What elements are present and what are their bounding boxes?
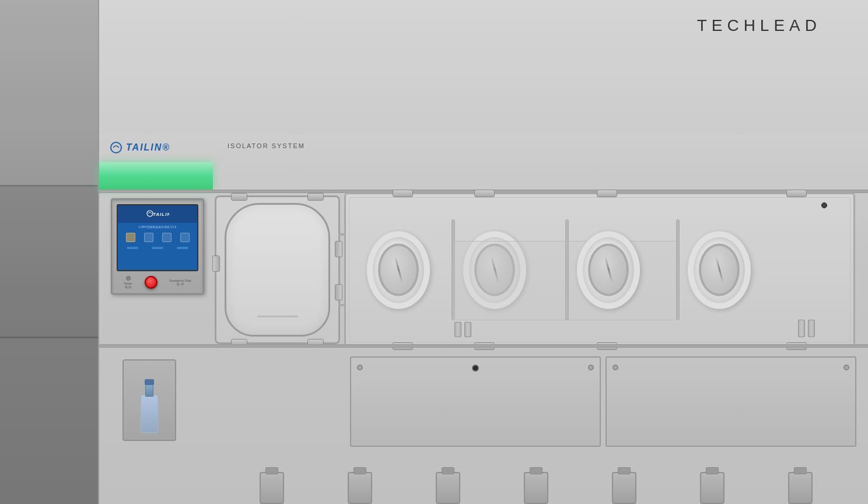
valve-assembly-left (454, 322, 471, 337)
screen-btn-2[interactable] (162, 233, 172, 242)
screen-btn-1[interactable] (144, 233, 153, 242)
clamp-right-lower (335, 284, 342, 300)
leg-top-5 (618, 467, 631, 474)
leg-4 (524, 472, 548, 504)
clamp-top-right (307, 193, 324, 201)
leg-5 (612, 472, 636, 504)
vertical-bar-3 (676, 219, 680, 320)
isolator-frame (344, 192, 855, 347)
reagent-bottle-body (141, 395, 158, 433)
leg-assemblies (204, 466, 868, 504)
power-dot (126, 276, 131, 281)
leg-3 (436, 472, 460, 504)
chamber-door (225, 203, 330, 337)
isolator-system-label: ISOLATOR SYSTEM (228, 142, 305, 149)
door-hole-4 (844, 365, 849, 370)
valve-body-1 (798, 320, 805, 337)
valve-assembly-right (798, 320, 815, 337)
screen-header: TAILIN (118, 205, 197, 223)
glove-ring-inner-1 (378, 244, 419, 296)
leg-2 (348, 472, 372, 504)
svg-text:TAILIN: TAILIN (153, 212, 169, 217)
panel-controls: Power电 源 Emergency Stop急 停 (112, 276, 203, 289)
emergency-label: Emergency Stop急 停 (170, 279, 191, 286)
storage-door-left[interactable] (350, 356, 601, 447)
bottle-storage-cabinet (123, 359, 176, 441)
screen-indicators (120, 247, 195, 249)
vertical-bar-2 (565, 219, 569, 320)
screen-warning-btn[interactable] (126, 233, 135, 242)
glove-port-3 (577, 231, 640, 309)
storage-panels-right (350, 356, 856, 447)
leg-top-7 (794, 467, 807, 474)
glove-ring-inner-4 (699, 244, 740, 296)
clamp-right-upper (335, 241, 342, 257)
tailin-logo-text: TAILIN® (126, 142, 170, 153)
chamber-frame (215, 195, 340, 344)
top-clamp-4 (786, 190, 807, 197)
svg-point-1 (147, 211, 153, 216)
door-hole-1 (357, 365, 363, 370)
glove-stripe-4 (715, 256, 723, 284)
leg-top-6 (706, 467, 719, 474)
valve-body-left-2 (464, 322, 471, 337)
leg-top-3 (442, 467, 454, 474)
touchscreen[interactable]: TAILIN CJBH型隔离器操作系统 V1.9 (117, 204, 198, 271)
glove-stripe-1 (394, 256, 402, 284)
reagent-bottle-cap (145, 379, 154, 385)
glove-stripe-3 (604, 256, 612, 284)
main-isolator (344, 192, 855, 347)
green-light-bar (99, 162, 213, 190)
screen-btn-3[interactable] (180, 233, 190, 242)
tailin-circle-icon (110, 141, 123, 154)
top-clamp-1 (393, 190, 413, 197)
screen-content: CJBH型隔离器操作系统 V1.9 (118, 223, 197, 251)
clamp-top-left (231, 193, 247, 201)
machine-body: TECHLEAD TAILIN® ISOLATOR SYSTEM (0, 0, 868, 504)
power-indicator: Power电 源 (124, 276, 132, 289)
leg-top-4 (530, 467, 542, 474)
leg-1 (260, 472, 284, 504)
leg-top-2 (354, 467, 366, 474)
bottom-storage-section (99, 348, 868, 470)
valve-body-left-1 (454, 322, 461, 337)
glove-ring-outer-4 (688, 231, 751, 309)
screen-logo: TAILIN (146, 209, 169, 219)
glass-panel (349, 197, 850, 342)
tailin-brand-area: TAILIN® (110, 141, 170, 154)
left-panel-middle (0, 187, 98, 338)
left-panel (0, 0, 99, 504)
top-section: TECHLEAD TAILIN® ISOLATOR SYSTEM (99, 0, 868, 134)
door-hole-2 (588, 365, 594, 370)
glove-port-4 (688, 231, 751, 309)
clamp-left (212, 256, 220, 272)
valve-body-2 (808, 320, 815, 337)
leg-7 (788, 472, 813, 504)
storage-door-right[interactable] (606, 356, 856, 447)
top-clamp-3 (597, 190, 617, 197)
emergency-stop-button[interactable] (145, 276, 158, 289)
top-clamp-2 (474, 190, 495, 197)
brand-logo: TECHLEAD (697, 16, 821, 35)
door-sensor-dark (472, 365, 479, 372)
left-panel-top (0, 0, 98, 187)
door-hole-3 (612, 365, 618, 370)
glove-ring-inner-3 (588, 244, 629, 296)
door-handle (257, 316, 298, 317)
transfer-chamber (215, 195, 340, 344)
control-panel[interactable]: TAILIN CJBH型隔离器操作系统 V1.9 (111, 198, 204, 295)
glove-port-1 (367, 231, 430, 309)
leg-top-1 (265, 467, 278, 474)
reagent-bottle-neck (145, 384, 153, 397)
emergency-indicator: Emergency Stop急 停 (170, 279, 191, 286)
machine-main-body: TECHLEAD TAILIN® ISOLATOR SYSTEM (99, 0, 868, 504)
power-label: Power电 源 (124, 282, 132, 289)
svg-point-0 (111, 142, 121, 153)
leg-6 (700, 472, 724, 504)
screen-subtitle: CJBH型隔离器操作系统 V1.9 (120, 225, 195, 229)
screen-buttons (120, 230, 195, 244)
glove-ring-outer-1 (367, 231, 430, 309)
glove-ring-outer-3 (577, 231, 640, 309)
